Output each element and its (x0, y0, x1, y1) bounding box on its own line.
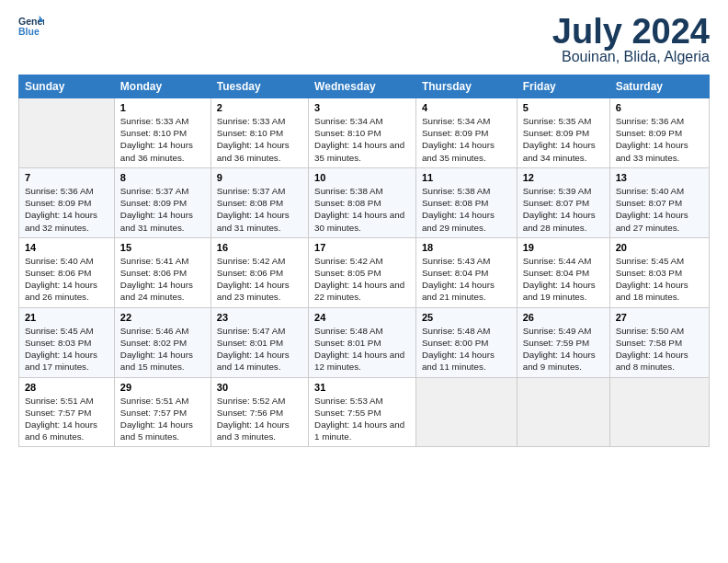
calendar-cell: 7Sunrise: 5:36 AMSunset: 8:09 PMDaylight… (19, 167, 115, 237)
page-header: General Blue July 2024 Bouinan, Blida, A… (18, 14, 710, 65)
day-number: 18 (422, 242, 511, 253)
cell-info: Sunrise: 5:48 AMSunset: 8:00 PMDaylight:… (422, 325, 511, 373)
col-monday: Monday (114, 75, 210, 98)
day-number: 13 (616, 172, 703, 183)
day-number: 6 (616, 102, 703, 113)
table-row: 7Sunrise: 5:36 AMSunset: 8:09 PMDaylight… (19, 167, 710, 237)
day-number: 31 (314, 382, 410, 393)
calendar-cell: 23Sunrise: 5:47 AMSunset: 8:01 PMDayligh… (210, 307, 308, 377)
day-number: 10 (314, 172, 410, 183)
calendar-cell (609, 377, 709, 447)
cell-info: Sunrise: 5:46 AMSunset: 8:02 PMDaylight:… (120, 325, 205, 373)
cell-info: Sunrise: 5:33 AMSunset: 8:10 PMDaylight:… (217, 115, 302, 164)
cell-info: Sunrise: 5:47 AMSunset: 8:01 PMDaylight:… (217, 325, 302, 373)
day-number: 15 (120, 242, 205, 253)
calendar-cell: 3Sunrise: 5:34 AMSunset: 8:10 PMDaylight… (309, 98, 416, 168)
calendar-cell: 17Sunrise: 5:42 AMSunset: 8:05 PMDayligh… (309, 237, 416, 307)
day-number: 17 (314, 242, 410, 253)
calendar-cell: 10Sunrise: 5:38 AMSunset: 8:08 PMDayligh… (309, 167, 416, 237)
cell-info: Sunrise: 5:41 AMSunset: 8:06 PMDaylight:… (120, 255, 205, 304)
day-number: 25 (422, 312, 511, 323)
calendar-cell: 18Sunrise: 5:43 AMSunset: 8:04 PMDayligh… (415, 237, 517, 307)
calendar-cell: 15Sunrise: 5:41 AMSunset: 8:06 PMDayligh… (114, 237, 210, 307)
calendar-cell: 30Sunrise: 5:52 AMSunset: 7:56 PMDayligh… (210, 377, 308, 447)
col-sunday: Sunday (19, 75, 115, 98)
cell-info: Sunrise: 5:34 AMSunset: 8:09 PMDaylight:… (422, 115, 511, 164)
calendar-cell: 9Sunrise: 5:37 AMSunset: 8:08 PMDaylight… (210, 167, 308, 237)
calendar-cell: 1Sunrise: 5:33 AMSunset: 8:10 PMDaylight… (114, 98, 210, 168)
day-number: 20 (616, 242, 703, 253)
day-number: 11 (422, 172, 511, 183)
calendar-cell: 28Sunrise: 5:51 AMSunset: 7:57 PMDayligh… (19, 377, 115, 447)
cell-info: Sunrise: 5:37 AMSunset: 8:09 PMDaylight:… (120, 185, 205, 234)
calendar-cell: 4Sunrise: 5:34 AMSunset: 8:09 PMDaylight… (415, 98, 517, 168)
cell-info: Sunrise: 5:38 AMSunset: 8:08 PMDaylight:… (422, 185, 511, 234)
calendar-cell: 11Sunrise: 5:38 AMSunset: 8:08 PMDayligh… (415, 167, 517, 237)
cell-info: Sunrise: 5:36 AMSunset: 8:09 PMDaylight:… (616, 115, 703, 164)
day-number: 8 (120, 172, 205, 183)
cell-info: Sunrise: 5:44 AMSunset: 8:04 PMDaylight:… (523, 255, 604, 304)
calendar-subtitle: Bouinan, Blida, Algeria (552, 49, 710, 65)
cell-info: Sunrise: 5:52 AMSunset: 7:56 PMDaylight:… (217, 395, 302, 443)
cell-info: Sunrise: 5:42 AMSunset: 8:05 PMDaylight:… (314, 255, 410, 304)
day-number: 30 (217, 382, 302, 393)
day-number: 4 (422, 102, 511, 113)
calendar-cell (517, 377, 609, 447)
cell-info: Sunrise: 5:37 AMSunset: 8:08 PMDaylight:… (217, 185, 302, 234)
day-number: 7 (25, 172, 108, 183)
day-number: 1 (120, 102, 205, 113)
cell-info: Sunrise: 5:34 AMSunset: 8:10 PMDaylight:… (314, 115, 410, 164)
cell-info: Sunrise: 5:39 AMSunset: 8:07 PMDaylight:… (523, 185, 604, 234)
col-wednesday: Wednesday (309, 75, 416, 98)
calendar-cell: 13Sunrise: 5:40 AMSunset: 8:07 PMDayligh… (609, 167, 709, 237)
cell-info: Sunrise: 5:45 AMSunset: 8:03 PMDaylight:… (616, 255, 703, 304)
table-header-row: Sunday Monday Tuesday Wednesday Thursday… (19, 75, 710, 98)
calendar-cell: 12Sunrise: 5:39 AMSunset: 8:07 PMDayligh… (517, 167, 609, 237)
calendar-cell: 29Sunrise: 5:51 AMSunset: 7:57 PMDayligh… (114, 377, 210, 447)
day-number: 14 (25, 242, 108, 253)
cell-info: Sunrise: 5:50 AMSunset: 7:58 PMDaylight:… (616, 325, 703, 373)
day-number: 23 (217, 312, 302, 323)
calendar-cell: 31Sunrise: 5:53 AMSunset: 7:55 PMDayligh… (309, 377, 416, 447)
svg-text:Blue: Blue (18, 26, 40, 37)
day-number: 22 (120, 312, 205, 323)
calendar-cell: 2Sunrise: 5:33 AMSunset: 8:10 PMDaylight… (210, 98, 308, 168)
calendar-cell: 25Sunrise: 5:48 AMSunset: 8:00 PMDayligh… (415, 307, 517, 377)
day-number: 19 (523, 242, 604, 253)
cell-info: Sunrise: 5:40 AMSunset: 8:07 PMDaylight:… (616, 185, 703, 234)
logo: General Blue (18, 14, 44, 40)
day-number: 16 (217, 242, 302, 253)
day-number: 21 (25, 312, 108, 323)
calendar-cell: 16Sunrise: 5:42 AMSunset: 8:06 PMDayligh… (210, 237, 308, 307)
cell-info: Sunrise: 5:49 AMSunset: 7:59 PMDaylight:… (523, 325, 604, 373)
table-row: 14Sunrise: 5:40 AMSunset: 8:06 PMDayligh… (19, 237, 710, 307)
calendar-cell (415, 377, 517, 447)
calendar-cell: 24Sunrise: 5:48 AMSunset: 8:01 PMDayligh… (309, 307, 416, 377)
title-block: July 2024 Bouinan, Blida, Algeria (552, 14, 710, 65)
calendar-cell: 5Sunrise: 5:35 AMSunset: 8:09 PMDaylight… (517, 98, 609, 168)
cell-info: Sunrise: 5:33 AMSunset: 8:10 PMDaylight:… (120, 115, 205, 164)
table-row: 21Sunrise: 5:45 AMSunset: 8:03 PMDayligh… (19, 307, 710, 377)
day-number: 28 (25, 382, 108, 393)
day-number: 24 (314, 312, 410, 323)
cell-info: Sunrise: 5:38 AMSunset: 8:08 PMDaylight:… (314, 185, 410, 234)
cell-info: Sunrise: 5:51 AMSunset: 7:57 PMDaylight:… (120, 395, 205, 443)
col-thursday: Thursday (415, 75, 517, 98)
calendar-cell: 8Sunrise: 5:37 AMSunset: 8:09 PMDaylight… (114, 167, 210, 237)
logo-icon: General Blue (18, 14, 44, 40)
cell-info: Sunrise: 5:43 AMSunset: 8:04 PMDaylight:… (422, 255, 511, 304)
cell-info: Sunrise: 5:53 AMSunset: 7:55 PMDaylight:… (314, 395, 410, 443)
col-tuesday: Tuesday (210, 75, 308, 98)
day-number: 3 (314, 102, 410, 113)
table-row: 1Sunrise: 5:33 AMSunset: 8:10 PMDaylight… (19, 98, 710, 168)
calendar-cell: 21Sunrise: 5:45 AMSunset: 8:03 PMDayligh… (19, 307, 115, 377)
table-row: 28Sunrise: 5:51 AMSunset: 7:57 PMDayligh… (19, 377, 710, 447)
cell-info: Sunrise: 5:36 AMSunset: 8:09 PMDaylight:… (25, 185, 108, 234)
day-number: 2 (217, 102, 302, 113)
cell-info: Sunrise: 5:45 AMSunset: 8:03 PMDaylight:… (25, 325, 108, 373)
cell-info: Sunrise: 5:42 AMSunset: 8:06 PMDaylight:… (217, 255, 302, 304)
calendar-cell: 6Sunrise: 5:36 AMSunset: 8:09 PMDaylight… (609, 98, 709, 168)
col-friday: Friday (517, 75, 609, 98)
calendar-cell: 26Sunrise: 5:49 AMSunset: 7:59 PMDayligh… (517, 307, 609, 377)
col-saturday: Saturday (609, 75, 709, 98)
